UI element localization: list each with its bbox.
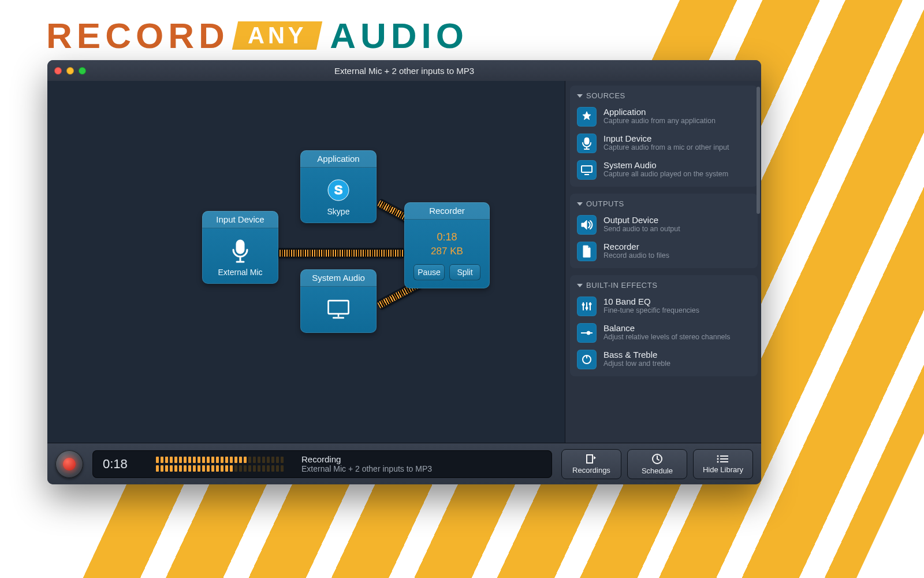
source-item-application[interactable]: ApplicationCapture audio from any applic… bbox=[570, 103, 758, 130]
output-item-recorder[interactable]: RecorderRecord audio to files bbox=[570, 238, 758, 265]
window-title: External Mic + 2 other inputs to MP3 bbox=[47, 66, 761, 76]
headline-word-1: RECORD bbox=[46, 15, 229, 56]
group-effects: BUILT-IN EFFECTS 10 Band EQFine-tune spe… bbox=[570, 275, 758, 376]
svg-text:S: S bbox=[334, 183, 343, 197]
split-button[interactable]: Split bbox=[449, 264, 480, 280]
recordings-button[interactable]: Recordings bbox=[561, 449, 621, 479]
chevron-down-icon bbox=[577, 202, 583, 206]
audio-cable bbox=[277, 249, 404, 258]
record-dot-icon bbox=[63, 458, 76, 470]
titlebar[interactable]: External Mic + 2 other inputs to MP3 bbox=[47, 60, 761, 81]
microphone-icon bbox=[228, 239, 252, 263]
group-outputs: OUTPUTS Output DeviceSend audio to an ou… bbox=[570, 194, 758, 268]
effect-item-eq[interactable]: 10 Band EQFine-tune specific frequencies bbox=[570, 293, 758, 320]
hide-library-button[interactable]: Hide Library bbox=[693, 449, 753, 479]
node-header: Application bbox=[300, 150, 377, 168]
node-label: External Mic bbox=[207, 268, 274, 277]
group-header-effects[interactable]: BUILT-IN EFFECTS bbox=[570, 275, 758, 293]
svg-point-16 bbox=[717, 461, 719, 462]
level-meter bbox=[156, 455, 289, 473]
node-header: Input Device bbox=[202, 211, 278, 228]
output-item-output-device[interactable]: Output DeviceSend audio to an output bbox=[570, 212, 758, 238]
pause-button[interactable]: Pause bbox=[413, 264, 445, 280]
recorder-time: 0:18 bbox=[409, 231, 485, 243]
clock-icon bbox=[651, 453, 663, 465]
display-icon bbox=[326, 297, 351, 321]
app-window: External Mic + 2 other inputs to MP3 Inp… bbox=[47, 60, 761, 484]
svg-point-7 bbox=[589, 303, 591, 305]
svg-rect-12 bbox=[587, 455, 593, 463]
recordings-icon bbox=[586, 454, 597, 464]
elapsed-time: 0:18 bbox=[103, 457, 143, 472]
group-header-sources[interactable]: SOURCES bbox=[570, 86, 758, 103]
source-item-input-device[interactable]: Input DeviceCapture audio from a mic or … bbox=[570, 130, 758, 157]
effect-item-bass-treble[interactable]: Bass & TrebleAdjust low and treble bbox=[570, 346, 758, 373]
file-icon bbox=[577, 242, 597, 261]
node-system-audio[interactable]: System Audio bbox=[300, 269, 377, 333]
appstore-icon bbox=[577, 107, 597, 127]
node-recorder[interactable]: Recorder 0:18 287 KB Pause Split bbox=[404, 202, 490, 288]
svg-point-15 bbox=[717, 458, 719, 460]
status-label: Recording bbox=[301, 454, 432, 464]
effect-item-balance[interactable]: BalanceAdjust relative levels of stereo … bbox=[570, 320, 758, 346]
library-sidebar: SOURCES ApplicationCapture audio from an… bbox=[565, 81, 761, 443]
svg-rect-4 bbox=[582, 166, 592, 172]
sliders-icon bbox=[577, 297, 597, 316]
knob-icon bbox=[577, 350, 597, 369]
microphone-icon bbox=[577, 134, 597, 153]
node-header: System Audio bbox=[300, 269, 377, 287]
group-sources: SOURCES ApplicationCapture audio from an… bbox=[570, 86, 758, 187]
record-button[interactable] bbox=[55, 450, 83, 478]
node-input-device[interactable]: Input Device External Mic bbox=[202, 211, 278, 284]
svg-point-14 bbox=[717, 455, 719, 457]
node-application[interactable]: Application S Skype bbox=[300, 150, 377, 223]
source-item-system-audio[interactable]: System AudioCapture all audio played on … bbox=[570, 157, 758, 183]
display-icon bbox=[577, 160, 597, 180]
svg-point-5 bbox=[582, 303, 584, 306]
chevron-down-icon bbox=[577, 284, 583, 287]
recorder-size: 287 KB bbox=[409, 246, 485, 257]
headline-any-box: ANY bbox=[232, 21, 322, 50]
chevron-down-icon bbox=[577, 94, 583, 98]
node-header: Recorder bbox=[404, 202, 490, 220]
group-header-outputs[interactable]: OUTPUTS bbox=[570, 194, 758, 212]
svg-rect-2 bbox=[329, 301, 349, 314]
svg-point-9 bbox=[587, 331, 590, 335]
schedule-button[interactable]: Schedule bbox=[627, 449, 687, 479]
list-icon bbox=[717, 454, 729, 464]
status-detail: External Mic + 2 other inputs to MP3 bbox=[301, 464, 432, 473]
skype-icon: S bbox=[326, 178, 351, 202]
speaker-icon bbox=[577, 215, 597, 235]
svg-point-6 bbox=[586, 307, 588, 309]
bottom-bar: 0:18 Recording External Mic + 2 other in… bbox=[47, 443, 761, 484]
balance-icon bbox=[577, 323, 597, 343]
headline-word-3: AUDIO bbox=[330, 15, 468, 56]
svg-rect-3 bbox=[584, 138, 589, 144]
promo-headline: RECORD ANY AUDIO bbox=[46, 15, 468, 56]
scrollbar[interactable] bbox=[757, 87, 760, 214]
pipeline-canvas[interactable]: Input Device External Mic Application S bbox=[47, 81, 565, 443]
node-label: Skype bbox=[305, 207, 372, 216]
status-panel: 0:18 Recording External Mic + 2 other in… bbox=[92, 450, 552, 478]
